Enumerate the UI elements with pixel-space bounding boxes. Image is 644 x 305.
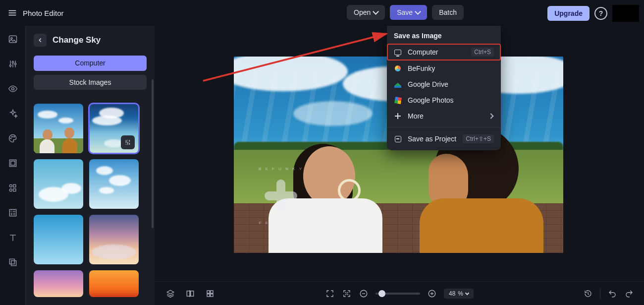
svg-point-4 [14,63,16,64]
tab-stock-images[interactable]: Stock Images [34,75,147,90]
sky-thumb[interactable] [34,159,83,209]
svg-rect-23 [207,294,210,296]
svg-point-13 [9,189,12,191]
sky-thumbnails [34,104,147,297]
upgrade-button[interactable]: Upgrade [547,6,590,21]
save-befunky-item[interactable]: BeFunky [387,61,501,76]
zoom-suffix: % [458,290,463,297]
monitor-icon [394,48,402,56]
svg-point-6 [10,138,11,139]
compare-button[interactable] [185,289,195,299]
zoom-value: 48 [449,290,455,297]
save-item-label: Computer [408,48,465,56]
sky-thumb[interactable] [89,159,139,209]
frame-icon[interactable] [7,158,18,169]
chevron-right-icon [488,113,493,119]
zoom-percent-display[interactable]: 48% [444,289,474,299]
text-icon[interactable] [7,232,18,243]
menu-button[interactable] [5,5,20,20]
svg-rect-22 [211,291,213,293]
save-computer-item[interactable]: Computer Ctrl+S [387,44,501,61]
redo-button[interactable] [624,289,634,299]
chevron-down-icon [465,291,469,295]
google-drive-icon [394,80,402,88]
save-item-label: Save as Project [408,135,457,143]
sliders-icon [124,139,131,146]
overlay-icon[interactable] [7,257,18,268]
top-center-actions: Open Save Batch [347,5,464,20]
eye-icon[interactable] [7,83,18,94]
sky-thumb[interactable] [89,270,139,297]
batch-label: Batch [439,8,457,16]
menu-separator [387,127,501,127]
grid-button[interactable] [205,289,215,299]
slider-knob[interactable] [378,290,385,297]
chevron-down-icon [415,8,421,15]
undo-button[interactable] [607,289,617,299]
tab-computer[interactable]: Computer [34,56,147,71]
back-button[interactable] [34,34,47,47]
sliders-icon[interactable] [7,59,18,69]
project-icon [394,135,402,143]
save-button[interactable]: Save [390,5,427,20]
shapes-icon[interactable] [7,183,18,193]
svg-rect-10 [10,161,14,165]
save-item-label: More [408,112,483,120]
sky-thumb[interactable] [89,215,139,264]
svg-point-8 [13,136,14,137]
svg-rect-21 [207,291,210,293]
sky-thumb-selected[interactable] [89,104,139,153]
texture-icon[interactable] [7,207,18,218]
fit-button[interactable] [342,289,352,299]
google-photos-icon [394,96,402,104]
svg-rect-16 [9,259,14,264]
zoom-out-button[interactable] [359,289,369,299]
save-google-drive-item[interactable]: Google Drive [387,76,501,92]
fullscreen-button[interactable] [325,289,335,299]
top-right-actions: Upgrade ? [547,5,639,22]
svg-rect-15 [9,209,16,216]
sparkle-icon[interactable] [7,108,18,119]
svg-rect-17 [11,261,16,266]
svg-point-7 [11,136,12,137]
help-button[interactable]: ? [594,7,607,20]
palette-icon[interactable] [7,133,18,144]
shortcut-badge: Ctrl+⇧+S [463,134,494,143]
zoom-slider[interactable] [376,293,420,295]
watermark-icon: B E F U N K Y F E A T U R E [254,169,308,223]
layers-button[interactable] [165,289,175,299]
save-as-project-item[interactable]: Save as Project Ctrl+⇧+S [387,130,501,147]
svg-point-11 [9,184,12,187]
sky-thumb-original[interactable] [34,104,83,153]
batch-button[interactable]: Batch [432,5,464,20]
save-dropdown: Save as Image Computer Ctrl+S BeFunky Go… [387,26,501,150]
sky-thumb[interactable] [34,270,83,297]
save-dropdown-title: Save as Image [387,26,501,44]
sky-thumb[interactable] [34,215,83,264]
save-item-label: Google Photos [408,96,494,104]
avatar[interactable] [612,5,639,22]
open-button[interactable]: Open [347,5,385,20]
save-item-label: BeFunky [408,64,494,72]
svg-point-3 [12,61,13,63]
zoom-in-button[interactable] [427,289,437,299]
open-label: Open [354,8,371,16]
svg-point-5 [11,88,14,90]
bottom-bar: 48% [155,281,644,305]
panel-scrollbar[interactable] [152,79,154,228]
panel-title: Change Sky [53,35,101,45]
svg-rect-20 [191,291,194,296]
image-icon[interactable] [7,34,18,45]
save-google-photos-item[interactable]: Google Photos [387,92,501,108]
save-item-label: Google Drive [408,80,494,88]
change-sky-panel: Change Sky Computer Stock Images [26,26,155,305]
svg-rect-12 [13,184,15,187]
hamburger-icon [8,8,17,17]
plus-icon [394,112,402,120]
save-more-item[interactable]: More [387,108,501,124]
history-button[interactable] [583,289,593,299]
adjust-chip[interactable] [121,135,135,149]
svg-rect-24 [211,294,213,296]
top-bar: Photo Editor Open Save Batch Upgrade ? [0,0,644,26]
shortcut-badge: Ctrl+S [471,48,494,57]
